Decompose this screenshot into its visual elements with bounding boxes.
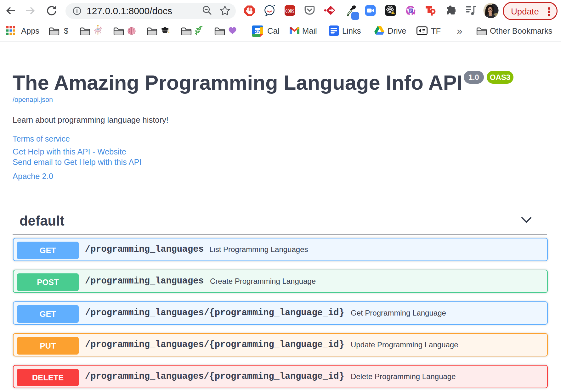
svg-text:27: 27 — [255, 29, 260, 34]
svg-text:CORS: CORS — [286, 8, 294, 14]
